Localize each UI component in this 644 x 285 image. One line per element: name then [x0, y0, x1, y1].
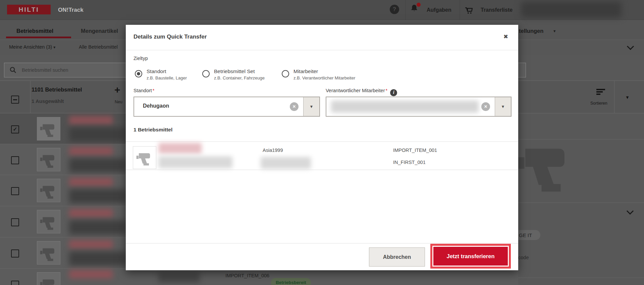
asset-thumbnail [37, 179, 60, 202]
row-checkbox[interactable] [11, 156, 19, 164]
asset-thumbnail [37, 272, 60, 285]
radio-standort[interactable]: Standort z.B. Baustelle, Lager [135, 68, 187, 80]
redacted-name-blur [69, 240, 113, 249]
topbar-separator [460, 0, 460, 20]
mitarbeiter-dropdown[interactable]: ✕ ▼ [326, 97, 512, 117]
item-scan-code: IMPORT_ITEM_001 [393, 148, 437, 153]
panel-divider [518, 203, 644, 203]
sort-dropdown-arrow[interactable]: ▼ [625, 95, 630, 100]
redacted-user-blur [521, 2, 622, 18]
tasks-button[interactable]: Aufgaben [427, 7, 451, 13]
redacted-detail-blur [69, 220, 126, 234]
row-checkbox-checked[interactable]: ✓ [11, 125, 19, 133]
radio-sublabel: z.B. Baustelle, Lager [147, 75, 187, 80]
dropdown-arrow-button[interactable]: ▼ [303, 97, 319, 116]
select-all-checkbox[interactable] [11, 96, 19, 104]
item-thumbnail [133, 146, 156, 169]
required-asterisk: * [153, 88, 155, 93]
redacted-name-blur [69, 147, 113, 156]
standort-dropdown[interactable]: Dehugaon ✕ ▼ [133, 97, 320, 117]
status-badge: Betriebsbereit [271, 278, 311, 285]
row-checkbox[interactable] [11, 281, 19, 285]
cancel-button[interactable]: Abbrechen [369, 247, 425, 267]
standort-value: Dehugaon [143, 103, 169, 109]
dropdown-arrow-icon: ▼ [310, 104, 314, 109]
all-assets-link[interactable]: Alle Betriebsmittel [79, 44, 118, 50]
hilti-logo[interactable]: HILTI [7, 5, 51, 14]
mitarbeiter-field-label: Verantwortlicher Mitarbeiter*i [326, 88, 397, 96]
asset-thumbnail [37, 241, 60, 265]
radio-icon[interactable] [282, 70, 289, 77]
drill-icon [40, 181, 58, 199]
redacted-name-blur [69, 209, 113, 218]
required-asterisk: * [386, 88, 388, 93]
redacted-name-blur [69, 270, 113, 279]
section-chevron-icon[interactable] [627, 208, 634, 215]
hilti-logo-text: HILTI [18, 6, 39, 13]
item-alternate-code: IN_FIRST_001 [393, 160, 426, 165]
top-bar: HILTI ON!Track ? Aufgaben Transferliste [0, 0, 644, 20]
asset-thumbnail [37, 117, 60, 140]
asset-thumbnail [37, 210, 60, 233]
clear-icon[interactable]: ✕ [481, 102, 490, 111]
standort-field-label: Standort* [133, 88, 154, 93]
active-tab-underline [6, 37, 71, 38]
sort-button[interactable]: Sortieren [590, 101, 607, 106]
notification-dot [417, 3, 421, 7]
selected-count: 1 Ausgewählt [32, 98, 64, 104]
drill-icon [40, 275, 58, 285]
radio-label: Standort [147, 68, 187, 74]
item-location: Asia1999 [263, 148, 283, 153]
radio-betriebsmittel-set[interactable]: Betriebsmittel Set z.B. Container, Fahrz… [202, 68, 265, 80]
scan-code-cell: IMPORT_ITEM_006 [225, 273, 269, 278]
topbar-separator [405, 0, 406, 20]
radio-mitarbeiter[interactable]: Mitarbeiter z.B. Verantwortlicher Mitarb… [282, 68, 355, 80]
drill-icon [40, 213, 58, 231]
help-icon[interactable]: ? [390, 5, 399, 14]
row-checkbox[interactable] [11, 249, 19, 258]
clear-icon[interactable]: ✕ [290, 102, 299, 111]
tab-betriebsmittel[interactable]: Betriebsmittel [16, 28, 53, 34]
search-placeholder: Betriebsmittel suchen [22, 67, 68, 73]
info-icon[interactable]: i [390, 89, 397, 96]
modal-header: Details zum Quick Transfer ✖ [126, 25, 518, 50]
tab-mengenartikel[interactable]: Mengenartikel [81, 28, 118, 34]
redacted-item-value-blur [261, 157, 311, 169]
row-checkbox[interactable] [11, 218, 19, 226]
radio-selected-icon[interactable] [135, 70, 142, 77]
search-icon [9, 66, 17, 74]
column-divider [614, 81, 614, 114]
add-asset-button[interactable]: + [114, 84, 120, 96]
collapse-chevron-icon[interactable] [627, 43, 634, 50]
redacted-item-name-blur [159, 143, 202, 154]
sort-icon [596, 89, 605, 96]
tab-einstellungen-partial[interactable]: tellungen [519, 28, 543, 34]
chevron-down-icon: ▾ [553, 28, 556, 34]
quick-transfer-modal: Details zum Quick Transfer ✖ Zieltyp Sta… [126, 25, 518, 270]
notifications-button[interactable] [410, 4, 421, 15]
items-heading: 1 Betriebsmittel [133, 127, 172, 133]
footer-divider [126, 243, 518, 243]
row-checkbox[interactable] [11, 187, 19, 195]
radio-icon[interactable] [202, 70, 210, 77]
close-icon[interactable]: ✖ [503, 33, 508, 40]
dropdown-arrow-button[interactable]: ▼ [495, 97, 511, 116]
caret-down-icon: ▾ [53, 45, 55, 50]
redacted-name-blur [69, 116, 113, 125]
redacted-detail-blur [69, 189, 126, 203]
divider [126, 141, 518, 142]
product-title: ON!Track [58, 7, 84, 13]
highlight-ring: Jetzt transferieren [430, 244, 511, 269]
panel-divider [518, 278, 644, 278]
my-views-dropdown[interactable]: Meine Ansichten (3) ▾ [9, 44, 55, 50]
transfer-now-button[interactable]: Jetzt transferieren [433, 247, 508, 266]
radio-sublabel: z.B. Container, Fahrzeuge [214, 75, 265, 80]
redacted-name-blur [69, 178, 113, 186]
redacted-employee-blur [331, 101, 479, 113]
category-badge-partial: GE IT [515, 230, 540, 240]
transfer-list-button[interactable]: Transferliste [481, 7, 513, 13]
indeterminate-mark [13, 99, 17, 100]
redacted-detail-blur [69, 158, 126, 172]
dropdown-arrow-icon: ▼ [501, 104, 505, 109]
redacted-item-detail-blur [159, 156, 232, 168]
